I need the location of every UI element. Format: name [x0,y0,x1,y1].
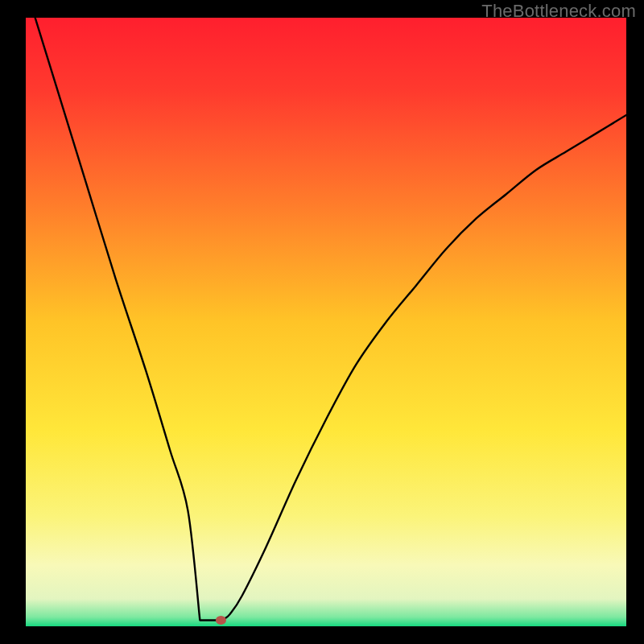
plot-area [26,18,626,626]
chart-svg [26,18,626,626]
minimum-marker [216,616,226,625]
chart-frame: TheBottleneck.com [0,0,644,644]
gradient-background [26,18,626,626]
